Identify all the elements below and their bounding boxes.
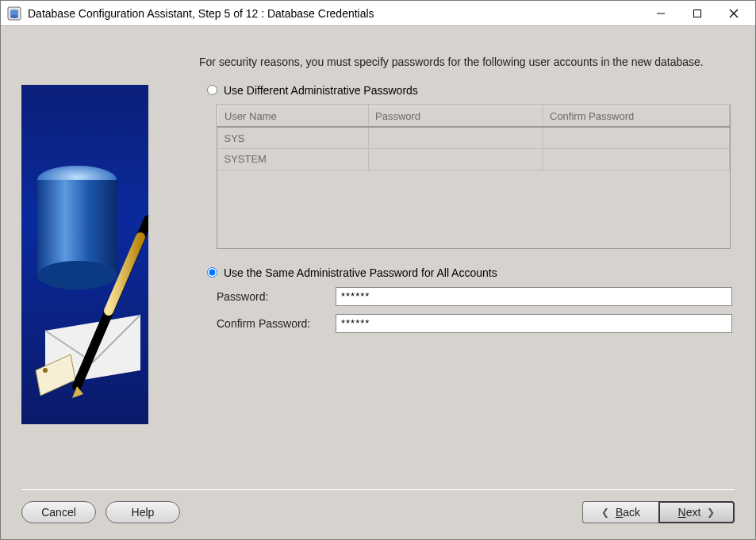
radio-same-input[interactable] — [207, 267, 217, 278]
svg-point-10 — [37, 261, 117, 289]
svg-point-13 — [43, 368, 48, 373]
cancel-label: Cancel — [41, 506, 76, 519]
svg-point-3 — [10, 15, 18, 18]
radio-different-input[interactable] — [207, 85, 217, 95]
window-title: Database Configuration Assistant, Step 5… — [28, 7, 643, 20]
window-controls — [643, 2, 752, 25]
table-row: SYSTEM — [218, 148, 730, 170]
next-label: Next — [678, 506, 701, 519]
chevron-right-icon: ❯ — [707, 507, 715, 518]
password-label: Password: — [217, 290, 336, 303]
radio-different-label: Use Different Administrative Passwords — [224, 84, 418, 97]
cell-confirm[interactable] — [543, 148, 730, 170]
main-panel: For security reasons, you must specify p… — [199, 55, 735, 478]
help-button[interactable]: Help — [106, 501, 180, 523]
password-input[interactable] — [336, 287, 732, 306]
cancel-button[interactable]: Cancel — [21, 501, 96, 523]
maximize-button[interactable] — [679, 2, 716, 25]
col-header-user: User Name — [218, 105, 369, 127]
titlebar: Database Configuration Assistant, Step 5… — [1, 1, 755, 26]
radio-same-label: Use the Same Administrative Password for… — [224, 266, 497, 279]
confirm-label: Confirm Password: — [217, 317, 336, 330]
back-button[interactable]: ❮ Back — [582, 501, 658, 523]
window-root: Database Configuration Assistant, Step 5… — [0, 0, 756, 540]
minimize-button[interactable] — [643, 2, 679, 25]
cell-password[interactable] — [369, 127, 543, 148]
close-button[interactable] — [716, 2, 752, 25]
cell-user: SYS — [218, 127, 369, 148]
radio-different-passwords[interactable]: Use Different Administrative Passwords — [207, 84, 735, 97]
back-label: Back — [616, 506, 640, 519]
separator — [21, 489, 735, 490]
table-row: SYS — [218, 127, 730, 148]
same-password-fields: Password: Confirm Password: — [217, 287, 735, 333]
chevron-left-icon: ❮ — [601, 507, 609, 518]
radio-same-password[interactable]: Use the Same Administrative Password for… — [207, 266, 735, 279]
client-area: For security reasons, you must specify p… — [1, 26, 755, 539]
col-header-confirm: Confirm Password — [543, 105, 730, 127]
col-header-password: Password — [369, 105, 543, 127]
footer: Cancel Help ❮ Back Next ❯ — [1, 501, 755, 539]
next-button[interactable]: Next ❯ — [658, 501, 735, 523]
sidebar-illustration — [21, 85, 148, 424]
svg-rect-5 — [694, 10, 701, 17]
password-row: Password: — [217, 287, 735, 306]
confirm-row: Confirm Password: — [217, 314, 735, 333]
wizard-sidebar — [21, 55, 148, 478]
app-icon — [7, 6, 21, 21]
help-label: Help — [132, 506, 155, 519]
confirm-password-input[interactable] — [336, 314, 732, 333]
accounts-table: User Name Password Confirm Password SYS — [217, 105, 731, 249]
table-header-row: User Name Password Confirm Password — [218, 105, 730, 127]
intro-text: For security reasons, you must specify p… — [199, 55, 723, 70]
cell-password[interactable] — [369, 148, 543, 170]
cell-user: SYSTEM — [218, 148, 369, 170]
body-area: For security reasons, you must specify p… — [1, 26, 755, 486]
cell-confirm[interactable] — [543, 127, 730, 148]
